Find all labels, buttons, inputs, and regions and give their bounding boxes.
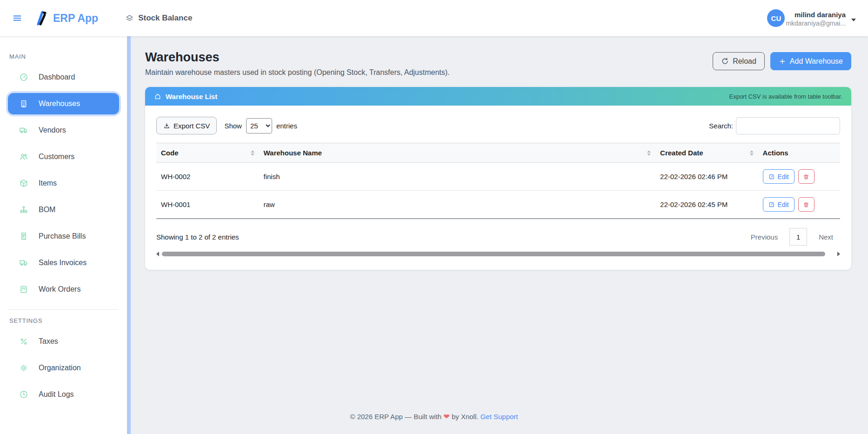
reload-button[interactable]: Reload — [713, 52, 765, 70]
trash-icon — [803, 174, 809, 180]
sidebar-scrollbar[interactable] — [127, 36, 131, 434]
sidebar-item-sales-invoices[interactable]: Sales Invoices — [8, 252, 119, 274]
sidebar-item-items[interactable]: Items — [8, 173, 119, 194]
card-title-label: Warehouse List — [166, 93, 217, 100]
warehouse-table: Code Warehouse Name Created Date — [156, 143, 840, 219]
cell-code: WH-0002 — [156, 163, 259, 191]
pagination: Previous 1 Next — [744, 228, 840, 246]
breadcrumb-label: Stock Balance — [138, 13, 192, 23]
cell-created-date: 22-02-2026 02:46 PM — [655, 163, 758, 191]
sidebar-item-label: Purchase Bills — [39, 232, 86, 240]
entries-label: entries — [276, 122, 297, 130]
erp-app-window: ERP App Stock Balance CU milind daraniya… — [0, 0, 868, 434]
sidebar-item-label: Work Orders — [39, 285, 80, 294]
warehouse-list-card: Warehouse List Export CSV is available f… — [145, 87, 851, 270]
previous-page-button[interactable]: Previous — [744, 229, 785, 245]
card-header-note: Export CSV is available from table toolb… — [729, 93, 842, 100]
horizontal-scrollbar — [156, 251, 840, 257]
add-warehouse-button[interactable]: Add Warehouse — [770, 52, 851, 70]
cell-warehouse-name: raw — [259, 191, 656, 219]
get-support-link[interactable]: Get Support — [481, 413, 518, 421]
sidebar-item-audit-logs[interactable]: Audit Logs — [8, 384, 119, 405]
sidebar-item-customers[interactable]: Customers — [8, 146, 119, 167]
plus-icon — [779, 58, 786, 65]
page-title-block: Warehouses Maintain warehouse masters us… — [145, 50, 450, 77]
table-row: WH-0002 finish 22-02-2026 02:46 PM E — [156, 163, 840, 191]
delete-button[interactable] — [798, 197, 815, 212]
sidebar-item-label: Vendors — [39, 126, 66, 134]
box-icon — [19, 179, 28, 188]
page-actions: Reload Add Warehouse — [713, 52, 851, 70]
sidebar-item-taxes[interactable]: Taxes — [8, 331, 119, 352]
sidebar-item-dashboard[interactable]: Dashboard — [8, 67, 119, 88]
page-size-select[interactable]: 25 — [246, 118, 272, 134]
column-header-created-date[interactable]: Created Date — [655, 143, 758, 163]
sidebar-item-bom[interactable]: BOM — [8, 199, 119, 220]
sidebar-item-vendors[interactable]: Vendors — [8, 120, 119, 141]
scrollbar-track[interactable] — [161, 252, 835, 256]
avatar: CU — [767, 9, 785, 27]
sidebar-item-purchase-bills[interactable]: Purchase Bills — [8, 226, 119, 247]
table-toolbar: Export CSV Show 25 entries Search: — [156, 117, 840, 134]
add-warehouse-label: Add Warehouse — [790, 57, 843, 66]
app-logo[interactable]: ERP App — [34, 10, 98, 27]
export-csv-button[interactable]: Export CSV — [156, 117, 217, 134]
table-row: WH-0001 raw 22-02-2026 02:45 PM Edit — [156, 191, 840, 219]
entries-info: Showing 1 to 2 of 2 entries — [156, 233, 239, 241]
chevron-down-icon — [851, 19, 856, 21]
table-header-row: Code Warehouse Name Created Date — [156, 143, 840, 163]
sidebar-item-label: Audit Logs — [39, 390, 74, 399]
edit-button[interactable]: Edit — [763, 169, 795, 184]
search-input[interactable] — [736, 117, 840, 134]
page-title: Warehouses — [145, 50, 450, 65]
scroll-right-arrow[interactable] — [837, 252, 840, 256]
sidebar: MAIN Dashboard Warehouses Vendors Custom… — [0, 36, 127, 434]
sidebar-section-settings: SETTINGS — [9, 317, 127, 324]
delete-button[interactable] — [798, 169, 815, 184]
wrench-slash-logo-icon — [34, 10, 48, 27]
refresh-icon — [721, 57, 729, 65]
cell-code: WH-0001 — [156, 191, 259, 219]
next-page-button[interactable]: Next — [812, 229, 840, 245]
show-label: Show — [224, 122, 242, 130]
sidebar-item-work-orders[interactable]: Work Orders — [8, 279, 119, 300]
sidebar-item-organization[interactable]: Organization — [8, 357, 119, 379]
page-footer: © 2026 ERP App — Built with ❤ by Xnoll. … — [0, 412, 868, 421]
sidebar-item-warehouses[interactable]: Warehouses — [8, 93, 119, 114]
scrollbar-thumb[interactable] — [162, 252, 825, 256]
user-menu[interactable]: CU milind daraniya mkdaraniya@gmai... — [767, 9, 856, 27]
page-subtitle: Maintain warehouse masters used in stock… — [145, 68, 450, 77]
export-csv-label: Export CSV — [174, 122, 210, 130]
clock-icon — [19, 390, 28, 399]
pencil-square-icon — [768, 201, 775, 208]
edit-label: Edit — [778, 201, 789, 208]
home-icon — [154, 93, 161, 100]
sidebar-item-label: Dashboard — [39, 73, 75, 81]
page-number-button[interactable]: 1 — [789, 228, 807, 246]
user-info: milind daraniya mkdaraniya@gmai... — [786, 11, 846, 27]
edit-label: Edit — [778, 173, 789, 180]
sort-icon — [647, 150, 651, 156]
sidebar-item-label: Taxes — [39, 337, 58, 346]
edit-button[interactable]: Edit — [763, 197, 795, 212]
receipt-icon — [19, 232, 28, 241]
page-length-control: Show 25 entries — [224, 118, 297, 134]
sidebar-section-main: MAIN — [9, 53, 127, 60]
users-icon — [19, 152, 28, 161]
cell-warehouse-name: finish — [259, 163, 656, 191]
column-header-code[interactable]: Code — [156, 143, 259, 163]
app-name: ERP App — [53, 12, 98, 25]
sidebar-item-label: Items — [39, 179, 57, 187]
sort-icon — [750, 150, 754, 156]
scroll-left-arrow[interactable] — [156, 252, 159, 256]
cell-created-date: 22-02-2026 02:45 PM — [655, 191, 758, 219]
menu-toggle-button[interactable] — [12, 13, 22, 23]
card-body: Export CSV Show 25 entries Search: — [145, 106, 851, 270]
sidebar-item-label: Organization — [39, 364, 81, 372]
card-header: Warehouse List Export CSV is available f… — [145, 87, 851, 106]
sidebar-item-label: BOM — [39, 206, 55, 214]
column-header-warehouse-name[interactable]: Warehouse Name — [259, 143, 656, 163]
search-control: Search: — [709, 117, 840, 134]
building-icon — [19, 99, 28, 108]
pencil-square-icon — [768, 174, 775, 180]
